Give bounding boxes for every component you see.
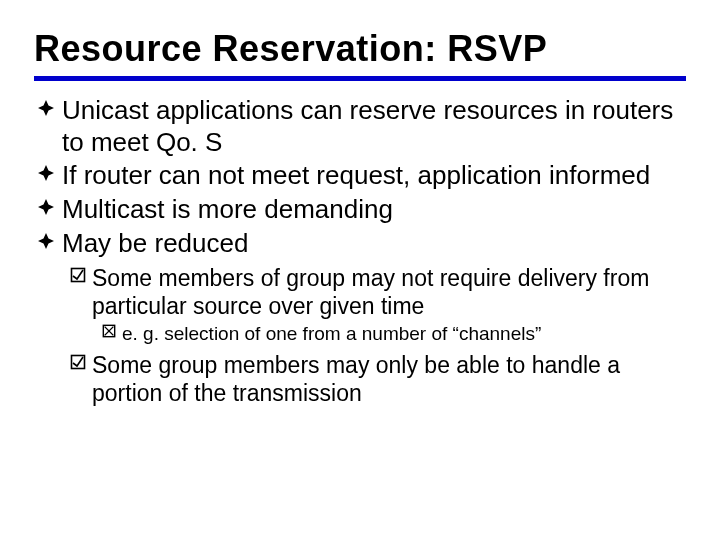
bullet-level1: Multicast is more demanding [34, 194, 686, 226]
bullet-text: Unicast applications can reserve resourc… [62, 95, 686, 158]
bullet-text: Some members of group may not require de… [92, 264, 686, 320]
slide-title: Resource Reservation: RSVP [34, 28, 686, 70]
bullet-level1: If router can not meet request, applicat… [34, 160, 686, 192]
bullet-level1: Unicast applications can reserve resourc… [34, 95, 686, 158]
bullet-text: May be reduced [62, 228, 686, 260]
zapf-bullet-icon [38, 233, 54, 249]
bullet-level1: May be reduced [34, 228, 686, 260]
zapf-bullet-icon [38, 199, 54, 215]
bullet-level2: Some members of group may not require de… [34, 264, 686, 320]
box-x-icon [102, 324, 120, 338]
slide: Resource Reservation: RSVP Unicast appli… [0, 0, 720, 540]
bullet-text: Some group members may only be able to h… [92, 351, 686, 407]
bullet-level2: Some group members may only be able to h… [34, 351, 686, 407]
zapf-bullet-icon [38, 100, 54, 116]
bullet-level3: e. g. selection of one from a number of … [34, 322, 686, 346]
title-underline [34, 76, 686, 81]
box-check-icon [70, 354, 88, 370]
bullet-text: e. g. selection of one from a number of … [122, 322, 686, 346]
zapf-bullet-icon [38, 165, 54, 181]
box-check-icon [70, 267, 88, 283]
bullet-text: Multicast is more demanding [62, 194, 686, 226]
bullet-text: If router can not meet request, applicat… [62, 160, 686, 192]
